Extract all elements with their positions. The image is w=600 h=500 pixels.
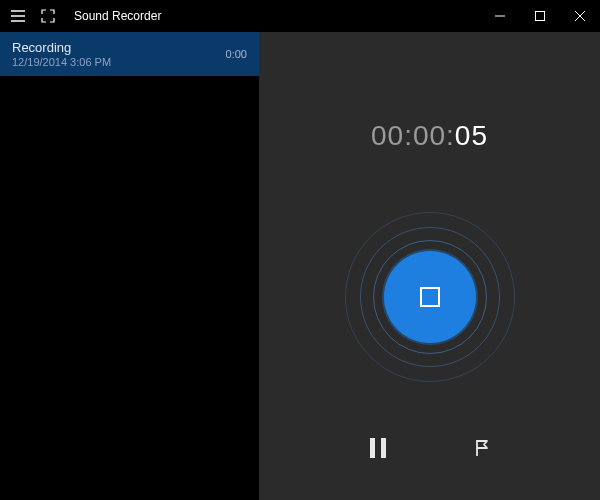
recording-duration: 0:00 xyxy=(226,48,247,60)
flag-icon xyxy=(472,438,492,458)
minimize-button[interactable] xyxy=(480,0,520,32)
recordings-sidebar: Recording 12/19/2014 3:06 PM 0:00 xyxy=(0,32,259,500)
record-button-wrap xyxy=(345,212,515,382)
pause-icon xyxy=(370,438,386,458)
window-controls xyxy=(480,0,600,32)
pause-button[interactable] xyxy=(360,430,396,466)
maximize-button[interactable] xyxy=(520,0,560,32)
timer-inactive: 00:00: xyxy=(371,120,455,151)
app-body: Recording 12/19/2014 3:06 PM 0:00 00:00:… xyxy=(0,32,600,500)
titlebar-left: Sound Recorder xyxy=(0,8,161,24)
recording-timer: 00:00:05 xyxy=(371,120,488,152)
svg-rect-4 xyxy=(536,12,545,21)
recording-list-item[interactable]: Recording 12/19/2014 3:06 PM 0:00 xyxy=(0,32,259,76)
record-ring-inner xyxy=(373,240,487,354)
recording-info: Recording 12/19/2014 3:06 PM xyxy=(12,40,111,68)
secondary-controls xyxy=(360,430,500,466)
timer-active: 05 xyxy=(455,120,488,151)
app-window: Sound Recorder Recording 12/19/2014 3:06… xyxy=(0,0,600,500)
titlebar: Sound Recorder xyxy=(0,0,600,32)
hamburger-icon[interactable] xyxy=(10,8,26,24)
fullscreen-icon[interactable] xyxy=(40,8,56,24)
close-button[interactable] xyxy=(560,0,600,32)
app-title: Sound Recorder xyxy=(74,9,161,23)
marker-button[interactable] xyxy=(464,430,500,466)
recording-title: Recording xyxy=(12,40,111,55)
recording-timestamp: 12/19/2014 3:06 PM xyxy=(12,56,111,68)
recording-panel: 00:00:05 xyxy=(259,32,600,500)
